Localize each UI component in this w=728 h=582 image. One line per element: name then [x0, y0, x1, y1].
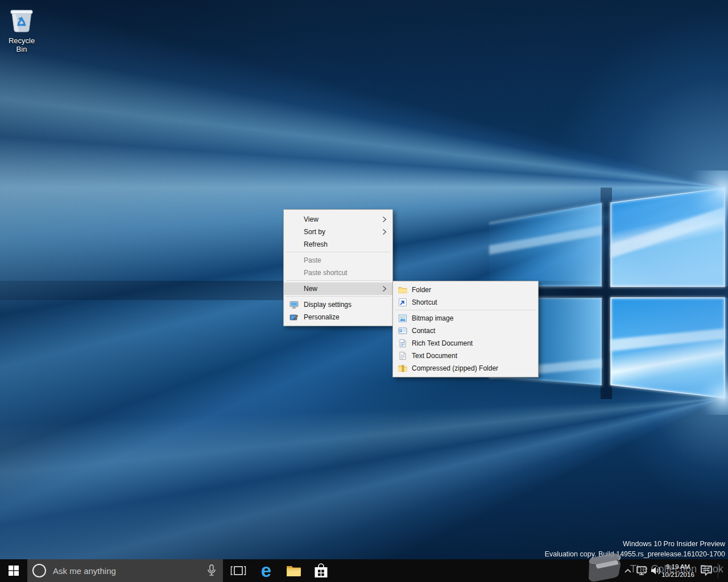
action-center-icon — [700, 565, 713, 576]
zip-folder-icon — [398, 364, 407, 373]
submenu-item-bitmap-image[interactable]: Bitmap image — [393, 312, 538, 325]
submenu-item-compressed-folder-label: Compressed (zipped) Folder — [412, 364, 498, 372]
bitmap-image-icon — [398, 314, 407, 323]
menu-separator — [395, 310, 536, 310]
menu-item-sort-by-label: Sort by — [304, 228, 325, 236]
store-icon — [314, 563, 328, 579]
submenu-item-shortcut-label: Shortcut — [412, 298, 437, 306]
recycle-bin-desktop-icon[interactable]: Recycle Bin — [3, 5, 40, 53]
taskbar-clock[interactable]: 9:19 AM 10/21/2016 — [661, 559, 694, 582]
build-watermark: Windows 10 Pro Insider Preview Evaluatio… — [545, 539, 725, 559]
menu-item-display-settings[interactable]: Display settings — [284, 298, 392, 311]
recycle-bin-label: Recycle Bin — [3, 36, 40, 53]
menu-item-refresh[interactable]: Refresh — [284, 238, 392, 251]
submenu-arrow-icon — [382, 228, 387, 235]
submenu-item-contact-label: Contact — [412, 327, 435, 335]
menu-item-new[interactable]: New — [284, 282, 392, 295]
submenu-arrow-icon — [382, 285, 387, 292]
recycle-bin-icon — [7, 5, 36, 33]
cortana-search-box[interactable] — [27, 559, 223, 582]
menu-separator — [286, 252, 390, 252]
file-explorer-icon — [286, 564, 301, 577]
rich-text-document-icon — [398, 339, 407, 348]
action-center-button[interactable] — [697, 559, 715, 582]
microphone-icon[interactable] — [207, 564, 216, 577]
menu-item-paste-label: Paste — [304, 256, 321, 264]
clock-time: 9:19 AM — [666, 563, 690, 571]
network-ethernet-icon — [636, 566, 647, 576]
shortcut-icon — [398, 298, 407, 307]
start-button[interactable] — [0, 559, 27, 582]
speaker-icon — [650, 566, 661, 576]
cortana-icon — [32, 564, 46, 577]
windows-start-icon — [9, 566, 19, 576]
edge-icon: e — [261, 561, 271, 580]
menu-item-view-label: View — [304, 215, 318, 223]
chevron-up-icon — [624, 568, 632, 573]
tray-network-button[interactable] — [634, 559, 649, 582]
contact-icon — [398, 326, 407, 335]
clock-date: 10/21/2016 — [661, 571, 694, 579]
search-input[interactable] — [46, 566, 207, 576]
submenu-item-folder-label: Folder — [412, 286, 431, 294]
menu-item-view[interactable]: View — [284, 213, 392, 226]
text-document-icon — [398, 351, 407, 360]
menu-item-display-settings-label: Display settings — [304, 301, 351, 309]
submenu-item-folder[interactable]: Folder — [393, 284, 538, 296]
submenu-arrow-icon — [382, 216, 387, 223]
display-settings-icon — [289, 300, 299, 309]
menu-item-personalize-label: Personalize — [304, 313, 340, 321]
menu-item-paste[interactable]: Paste — [284, 254, 392, 267]
new-submenu: Folder Shortcut Bitmap image — [392, 281, 539, 377]
submenu-item-rich-text-document[interactable]: Rich Text Document — [393, 337, 538, 350]
taskbar: e — [0, 559, 728, 582]
folder-icon — [398, 285, 407, 294]
menu-separator — [286, 280, 390, 281]
menu-item-paste-shortcut-label: Paste shortcut — [304, 269, 348, 277]
menu-item-new-label: New — [304, 285, 317, 293]
show-desktop-button[interactable] — [720, 559, 728, 582]
tray-volume-button[interactable] — [649, 559, 663, 582]
file-explorer-taskbar-button[interactable] — [280, 559, 307, 582]
submenu-item-bitmap-image-label: Bitmap image — [412, 314, 453, 322]
task-view-button[interactable] — [225, 559, 251, 582]
desktop[interactable]: Recycle Bin Windows 10 Pro Insider Previ… — [0, 0, 728, 582]
desktop-context-menu: View Sort by Refresh Paste Paste shortcu… — [283, 209, 393, 326]
submenu-item-shortcut[interactable]: Shortcut — [393, 296, 538, 309]
build-watermark-line1: Windows 10 Pro Insider Preview — [545, 539, 725, 549]
tray-divider — [718, 563, 718, 578]
tray-show-hidden-icons-button[interactable] — [622, 559, 634, 582]
submenu-item-contact[interactable]: Contact — [393, 325, 538, 337]
personalize-icon — [289, 313, 299, 322]
menu-item-refresh-label: Refresh — [304, 240, 328, 248]
store-taskbar-button[interactable] — [307, 559, 334, 582]
menu-item-sort-by[interactable]: Sort by — [284, 226, 392, 238]
menu-item-paste-shortcut[interactable]: Paste shortcut — [284, 267, 392, 279]
edge-taskbar-button[interactable]: e — [253, 559, 280, 582]
menu-item-personalize[interactable]: Personalize — [284, 311, 392, 323]
menu-separator — [286, 296, 390, 297]
submenu-item-text-document-label: Text Document — [412, 352, 457, 360]
task-view-icon — [230, 564, 246, 577]
submenu-item-text-document[interactable]: Text Document — [393, 350, 538, 362]
submenu-item-compressed-folder[interactable]: Compressed (zipped) Folder — [393, 362, 538, 375]
submenu-item-rich-text-document-label: Rich Text Document — [412, 339, 473, 347]
build-watermark-line2: Evaluation copy. Build 14955.rs_prerelea… — [545, 549, 725, 559]
